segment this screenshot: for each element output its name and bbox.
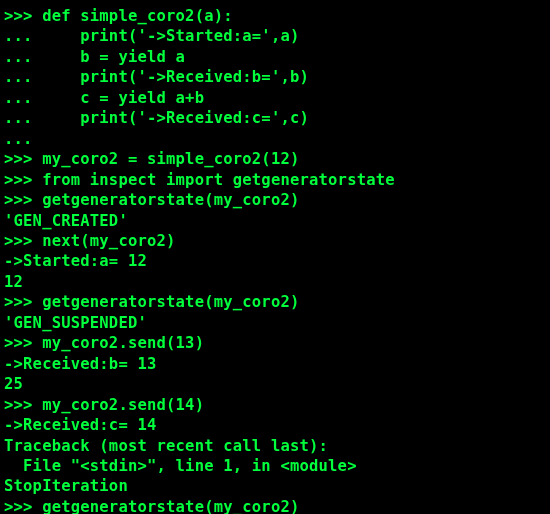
terminal-line: 'GEN_CREATED' xyxy=(4,211,546,231)
terminal-line: >>> next(my_coro2) xyxy=(4,231,546,251)
terminal-line: File "<stdin>", line 1, in <module> xyxy=(4,456,546,476)
terminal[interactable]: >>> def simple_coro2(a):... print('->Sta… xyxy=(0,0,550,514)
terminal-line: ... print('->Started:a=',a) xyxy=(4,26,546,46)
terminal-line: >>> getgeneratorstate(my_coro2) xyxy=(4,292,546,312)
terminal-line: ... print('->Received:b=',b) xyxy=(4,67,546,87)
terminal-line: >>> my_coro2.send(13) xyxy=(4,333,546,353)
terminal-line: ... xyxy=(4,129,546,149)
terminal-line: >>> def simple_coro2(a): xyxy=(4,6,546,26)
terminal-line: >>> from inspect import getgeneratorstat… xyxy=(4,170,546,190)
terminal-line: ... b = yield a xyxy=(4,47,546,67)
terminal-line: Traceback (most recent call last): xyxy=(4,436,546,456)
terminal-line: >>> my_coro2.send(14) xyxy=(4,395,546,415)
terminal-line: >>> getgeneratorstate(my_coro2) xyxy=(4,497,546,514)
terminal-line: 'GEN_SUSPENDED' xyxy=(4,313,546,333)
terminal-line: ... c = yield a+b xyxy=(4,88,546,108)
terminal-line: StopIteration xyxy=(4,476,546,496)
terminal-line: 12 xyxy=(4,272,546,292)
terminal-line: >>> my_coro2 = simple_coro2(12) xyxy=(4,149,546,169)
terminal-line: >>> getgeneratorstate(my_coro2) xyxy=(4,190,546,210)
terminal-line: ->Started:a= 12 xyxy=(4,251,546,271)
terminal-line: ->Received:c= 14 xyxy=(4,415,546,435)
terminal-line: ... print('->Received:c=',c) xyxy=(4,108,546,128)
terminal-line: 25 xyxy=(4,374,546,394)
terminal-line: ->Received:b= 13 xyxy=(4,354,546,374)
